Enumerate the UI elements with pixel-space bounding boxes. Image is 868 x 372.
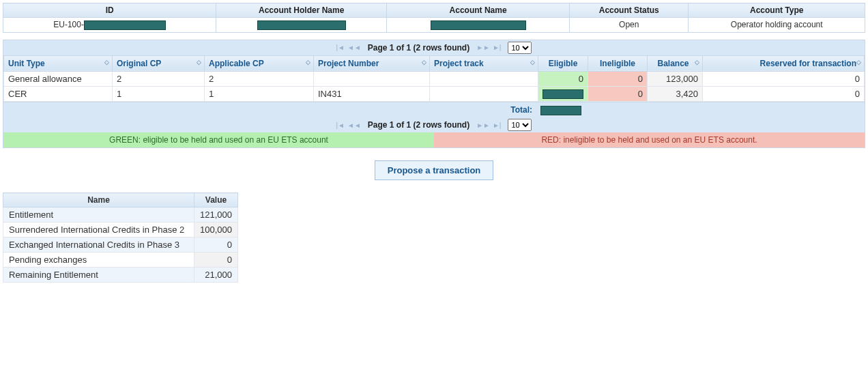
prev-page-icon[interactable]: ◄◄ <box>347 44 361 51</box>
eligible-redacted <box>542 89 583 99</box>
legend-green: GREEN: eligible to be held and used on a… <box>3 132 434 147</box>
col-holder: Account Holder Name <box>216 3 387 18</box>
cell-original-cp: 1 <box>113 86 205 102</box>
val-holder <box>216 18 387 33</box>
entitle-row: Exchanged International Credits in Phase… <box>3 238 238 253</box>
hcol-ineligible[interactable]: Ineligible <box>588 55 648 71</box>
pager-text-bottom: Page 1 of 1 (2 rows found) <box>368 120 469 130</box>
id-redacted <box>84 20 166 30</box>
total-row: Total: <box>3 102 865 117</box>
col-status: Account Status <box>570 3 689 18</box>
hcol-applicable-cp[interactable]: Applicable CP◇ <box>205 55 314 71</box>
cell-project-number <box>314 71 430 86</box>
cell-eligible <box>538 86 588 102</box>
e-name: Pending exchanges <box>3 253 194 268</box>
e-name: Surrendered International Credits in Pha… <box>3 223 194 238</box>
cell-project-track <box>430 86 538 102</box>
hcol-reserved[interactable]: Reserved for transaction◇ <box>703 55 865 71</box>
hcol-unit-type[interactable]: Unit Type◇ <box>4 55 113 71</box>
total-label: Total: <box>3 102 538 117</box>
val-status: Open <box>570 18 689 33</box>
holdings-section: |◄ ◄◄ Page 1 of 1 (2 rows found) ►► ►| 1… <box>3 40 865 149</box>
col-account-name: Account Name <box>387 3 570 18</box>
next-page-icon[interactable]: ►► <box>476 44 490 51</box>
page-size-select-bottom[interactable]: 10 <box>508 119 532 131</box>
cell-applicable-cp: 2 <box>205 71 314 86</box>
val-id: EU-100- <box>3 18 216 33</box>
holdings-table: Unit Type◇ Original CP◇ Applicable CP◇ P… <box>3 55 865 102</box>
e-value: 100,000 <box>194 223 238 238</box>
hcol-balance[interactable]: Balance◇ <box>648 55 703 71</box>
ecol-value: Value <box>194 193 238 208</box>
cell-project-number: IN431 <box>314 86 430 102</box>
prev-page-icon[interactable]: ◄◄ <box>347 121 361 129</box>
entitle-row: Remaining Entitlement 21,000 <box>3 268 238 283</box>
cell-reserved: 0 <box>703 86 865 102</box>
ecol-name: Name <box>3 193 194 208</box>
sort-icon: ◇ <box>856 59 860 66</box>
cell-project-track <box>430 71 538 86</box>
cell-ineligible: 0 <box>588 86 648 102</box>
name-redacted <box>431 20 526 30</box>
cell-applicable-cp: 1 <box>205 86 314 102</box>
cell-unit-type: CER <box>4 86 113 102</box>
sort-icon: ◇ <box>306 59 309 66</box>
hcol-project-track[interactable]: Project track◇ <box>430 55 538 71</box>
val-type: Operator holding account <box>689 18 865 33</box>
sort-icon: ◇ <box>530 59 534 66</box>
last-page-icon[interactable]: ►| <box>493 44 502 51</box>
e-value: 0 <box>194 238 238 253</box>
sort-icon: ◇ <box>104 59 108 66</box>
e-name: Remaining Entitlement <box>3 268 194 283</box>
e-value: 21,000 <box>194 268 238 283</box>
sort-icon: ◇ <box>422 59 425 66</box>
val-account-name <box>387 18 570 33</box>
page-size-select-top[interactable]: 10 <box>508 42 532 54</box>
first-page-icon[interactable]: |◄ <box>336 44 345 51</box>
table-row: CER 1 1 IN431 0 3,420 0 <box>4 86 865 102</box>
entitle-row: Pending exchanges 0 <box>3 253 238 268</box>
legend: GREEN: eligible to be held and used on a… <box>3 132 865 147</box>
first-page-icon[interactable]: |◄ <box>336 121 345 129</box>
last-page-icon[interactable]: ►| <box>493 121 502 129</box>
sort-icon: ◇ <box>695 59 698 66</box>
next-page-icon[interactable]: ►► <box>476 121 490 129</box>
e-value: 0 <box>194 253 238 268</box>
cell-balance: 123,000 <box>648 71 703 86</box>
pager-bottom: |◄ ◄◄ Page 1 of 1 (2 rows found) ►► ►| 1… <box>3 117 865 132</box>
cell-unit-type: General allowance <box>4 71 113 86</box>
e-value: 121,000 <box>194 208 238 223</box>
cell-eligible: 0 <box>538 71 588 86</box>
propose-transaction-button[interactable]: Propose a transaction <box>375 160 494 180</box>
entitle-row: Entitlement 121,000 <box>3 208 238 223</box>
legend-red: RED: ineligible to be held and used on a… <box>434 132 865 147</box>
holder-redacted <box>257 20 346 30</box>
cell-balance: 3,420 <box>648 86 703 102</box>
col-type: Account Type <box>689 3 865 18</box>
e-name: Exchanged International Credits in Phase… <box>3 238 194 253</box>
pager-top: |◄ ◄◄ Page 1 of 1 (2 rows found) ►► ►| 1… <box>3 40 865 55</box>
account-header-table: ID Account Holder Name Account Name Acco… <box>3 3 865 33</box>
e-name: Entitlement <box>3 208 194 223</box>
table-row: General allowance 2 2 0 0 123,000 0 <box>4 71 865 86</box>
sort-icon: ◇ <box>197 59 200 66</box>
cell-reserved: 0 <box>703 71 865 86</box>
hcol-original-cp[interactable]: Original CP◇ <box>113 55 205 71</box>
id-prefix: EU-100- <box>53 20 84 29</box>
hcol-eligible[interactable]: Eligible <box>538 55 588 71</box>
entitlement-table: Name Value Entitlement 121,000 Surrender… <box>3 192 238 283</box>
entitle-row: Surrendered International Credits in Pha… <box>3 223 238 238</box>
cell-ineligible: 0 <box>588 71 648 86</box>
hcol-project-number[interactable]: Project Number◇ <box>314 55 430 71</box>
total-redacted <box>540 106 581 115</box>
pager-text-top: Page 1 of 1 (2 rows found) <box>368 43 469 53</box>
cell-original-cp: 2 <box>113 71 205 86</box>
col-id: ID <box>3 3 216 18</box>
